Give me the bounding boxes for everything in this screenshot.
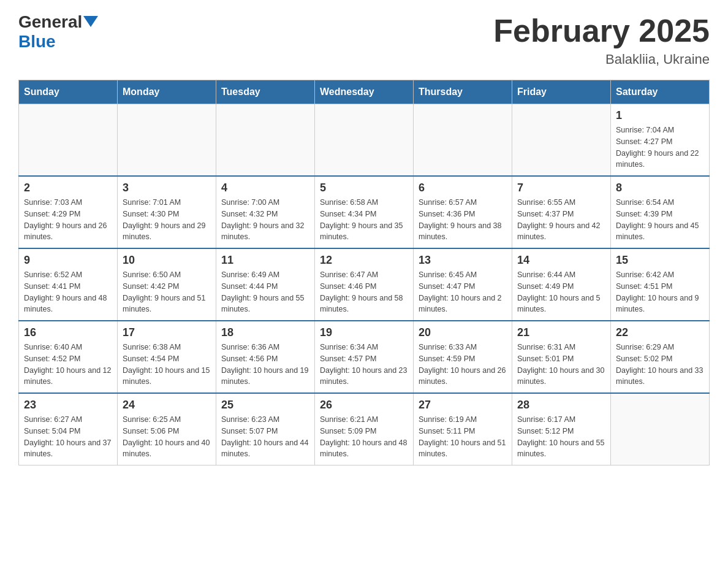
calendar-day-cell: 11Sunrise: 6:49 AMSunset: 4:44 PMDayligh… [216, 248, 315, 321]
location-title: Balakliia, Ukraine [493, 52, 710, 67]
calendar-day-cell [118, 104, 216, 177]
day-info: Sunrise: 6:25 AMSunset: 5:06 PMDaylight:… [123, 414, 211, 460]
calendar-day-cell: 17Sunrise: 6:38 AMSunset: 4:54 PMDayligh… [118, 321, 216, 393]
calendar-day-cell: 24Sunrise: 6:25 AMSunset: 5:06 PMDayligh… [118, 393, 216, 465]
calendar-day-cell: 28Sunrise: 6:17 AMSunset: 5:12 PMDayligh… [512, 393, 611, 465]
day-number: 7 [517, 182, 605, 194]
calendar-day-cell [414, 104, 512, 177]
calendar-day-cell: 23Sunrise: 6:27 AMSunset: 5:04 PMDayligh… [19, 393, 118, 465]
day-info: Sunrise: 6:21 AMSunset: 5:09 PMDaylight:… [320, 414, 408, 460]
day-number: 11 [221, 254, 309, 267]
day-info: Sunrise: 6:44 AMSunset: 4:49 PMDaylight:… [517, 269, 605, 315]
day-info: Sunrise: 6:40 AMSunset: 4:52 PMDaylight:… [24, 342, 112, 388]
calendar-day-cell: 10Sunrise: 6:50 AMSunset: 4:42 PMDayligh… [118, 248, 216, 321]
calendar-day-cell: 2Sunrise: 7:03 AMSunset: 4:29 PMDaylight… [19, 176, 118, 248]
day-number: 19 [320, 326, 408, 339]
day-info: Sunrise: 7:01 AMSunset: 4:30 PMDaylight:… [123, 197, 211, 243]
calendar-week-row: 23Sunrise: 6:27 AMSunset: 5:04 PMDayligh… [19, 393, 710, 465]
logo-blue-text: Blue [18, 32, 98, 52]
day-info: Sunrise: 6:47 AMSunset: 4:46 PMDaylight:… [320, 269, 408, 315]
day-info: Sunrise: 6:34 AMSunset: 4:57 PMDaylight:… [320, 342, 408, 388]
day-number: 17 [123, 326, 211, 339]
page-header: General Blue February 2025 Balakliia, Uk… [18, 12, 710, 67]
header-sunday: Sunday [19, 80, 118, 104]
calendar-day-cell: 6Sunrise: 6:57 AMSunset: 4:36 PMDaylight… [414, 176, 512, 248]
day-number: 23 [24, 399, 112, 412]
day-info: Sunrise: 7:04 AMSunset: 4:27 PMDaylight:… [616, 124, 704, 170]
calendar-day-cell: 25Sunrise: 6:23 AMSunset: 5:07 PMDayligh… [216, 393, 315, 465]
day-number: 5 [320, 182, 408, 194]
day-info: Sunrise: 6:57 AMSunset: 4:36 PMDaylight:… [419, 197, 507, 243]
calendar-week-row: 16Sunrise: 6:40 AMSunset: 4:52 PMDayligh… [19, 321, 710, 393]
calendar-day-cell: 9Sunrise: 6:52 AMSunset: 4:41 PMDaylight… [19, 248, 118, 321]
day-info: Sunrise: 6:54 AMSunset: 4:39 PMDaylight:… [616, 197, 704, 243]
day-number: 16 [24, 326, 112, 339]
day-number: 26 [320, 399, 408, 412]
day-info: Sunrise: 6:52 AMSunset: 4:41 PMDaylight:… [24, 269, 112, 315]
day-number: 9 [24, 254, 112, 267]
calendar-day-cell: 12Sunrise: 6:47 AMSunset: 4:46 PMDayligh… [315, 248, 414, 321]
header-wednesday: Wednesday [315, 80, 414, 104]
calendar-day-cell: 15Sunrise: 6:42 AMSunset: 4:51 PMDayligh… [611, 248, 710, 321]
calendar-week-row: 2Sunrise: 7:03 AMSunset: 4:29 PMDaylight… [19, 176, 710, 248]
day-number: 12 [320, 254, 408, 267]
weekday-header-row: Sunday Monday Tuesday Wednesday Thursday… [19, 80, 710, 104]
day-number: 8 [616, 182, 704, 194]
calendar-day-cell: 1Sunrise: 7:04 AMSunset: 4:27 PMDaylight… [611, 104, 710, 177]
day-info: Sunrise: 6:19 AMSunset: 5:11 PMDaylight:… [419, 414, 507, 460]
day-number: 4 [221, 182, 309, 194]
day-number: 2 [24, 182, 112, 194]
calendar-week-row: 1Sunrise: 7:04 AMSunset: 4:27 PMDaylight… [19, 104, 710, 177]
day-info: Sunrise: 6:45 AMSunset: 4:47 PMDaylight:… [419, 269, 507, 315]
day-info: Sunrise: 6:31 AMSunset: 5:01 PMDaylight:… [517, 342, 605, 388]
calendar-day-cell: 3Sunrise: 7:01 AMSunset: 4:30 PMDaylight… [118, 176, 216, 248]
calendar-table: Sunday Monday Tuesday Wednesday Thursday… [18, 80, 710, 465]
day-info: Sunrise: 6:29 AMSunset: 5:02 PMDaylight:… [616, 342, 704, 388]
day-number: 18 [221, 326, 309, 339]
day-number: 15 [616, 254, 704, 267]
calendar-day-cell: 8Sunrise: 6:54 AMSunset: 4:39 PMDaylight… [611, 176, 710, 248]
day-info: Sunrise: 6:33 AMSunset: 4:59 PMDaylight:… [419, 342, 507, 388]
day-number: 20 [419, 326, 507, 339]
day-number: 14 [517, 254, 605, 267]
month-title: February 2025 [493, 12, 710, 49]
calendar-day-cell: 22Sunrise: 6:29 AMSunset: 5:02 PMDayligh… [611, 321, 710, 393]
calendar-day-cell [315, 104, 414, 177]
calendar-day-cell [611, 393, 710, 465]
day-number: 25 [221, 399, 309, 412]
calendar-day-cell: 20Sunrise: 6:33 AMSunset: 4:59 PMDayligh… [414, 321, 512, 393]
header-saturday: Saturday [611, 80, 710, 104]
calendar-day-cell: 21Sunrise: 6:31 AMSunset: 5:01 PMDayligh… [512, 321, 611, 393]
calendar-day-cell: 27Sunrise: 6:19 AMSunset: 5:11 PMDayligh… [414, 393, 512, 465]
calendar-week-row: 9Sunrise: 6:52 AMSunset: 4:41 PMDaylight… [19, 248, 710, 321]
header-thursday: Thursday [414, 80, 512, 104]
header-tuesday: Tuesday [216, 80, 315, 104]
day-info: Sunrise: 6:49 AMSunset: 4:44 PMDaylight:… [221, 269, 309, 315]
day-info: Sunrise: 6:55 AMSunset: 4:37 PMDaylight:… [517, 197, 605, 243]
calendar-day-cell: 4Sunrise: 7:00 AMSunset: 4:32 PMDaylight… [216, 176, 315, 248]
calendar-day-cell: 7Sunrise: 6:55 AMSunset: 4:37 PMDaylight… [512, 176, 611, 248]
day-info: Sunrise: 7:00 AMSunset: 4:32 PMDaylight:… [221, 197, 309, 243]
calendar-title-block: February 2025 Balakliia, Ukraine [493, 12, 710, 67]
day-number: 22 [616, 326, 704, 339]
calendar-day-cell: 14Sunrise: 6:44 AMSunset: 4:49 PMDayligh… [512, 248, 611, 321]
day-info: Sunrise: 6:23 AMSunset: 5:07 PMDaylight:… [221, 414, 309, 460]
calendar-day-cell: 18Sunrise: 6:36 AMSunset: 4:56 PMDayligh… [216, 321, 315, 393]
calendar-day-cell [19, 104, 118, 177]
calendar-day-cell: 13Sunrise: 6:45 AMSunset: 4:47 PMDayligh… [414, 248, 512, 321]
header-monday: Monday [118, 80, 216, 104]
header-friday: Friday [512, 80, 611, 104]
calendar-day-cell: 16Sunrise: 6:40 AMSunset: 4:52 PMDayligh… [19, 321, 118, 393]
day-number: 13 [419, 254, 507, 267]
logo: General Blue [18, 12, 98, 52]
logo-general-text: General [18, 12, 82, 32]
day-number: 6 [419, 182, 507, 194]
day-info: Sunrise: 6:50 AMSunset: 4:42 PMDaylight:… [123, 269, 211, 315]
day-number: 27 [419, 399, 507, 412]
day-number: 21 [517, 326, 605, 339]
day-info: Sunrise: 7:03 AMSunset: 4:29 PMDaylight:… [24, 197, 112, 243]
calendar-day-cell: 26Sunrise: 6:21 AMSunset: 5:09 PMDayligh… [315, 393, 414, 465]
day-info: Sunrise: 6:38 AMSunset: 4:54 PMDaylight:… [123, 342, 211, 388]
day-info: Sunrise: 6:17 AMSunset: 5:12 PMDaylight:… [517, 414, 605, 460]
day-info: Sunrise: 6:58 AMSunset: 4:34 PMDaylight:… [320, 197, 408, 243]
